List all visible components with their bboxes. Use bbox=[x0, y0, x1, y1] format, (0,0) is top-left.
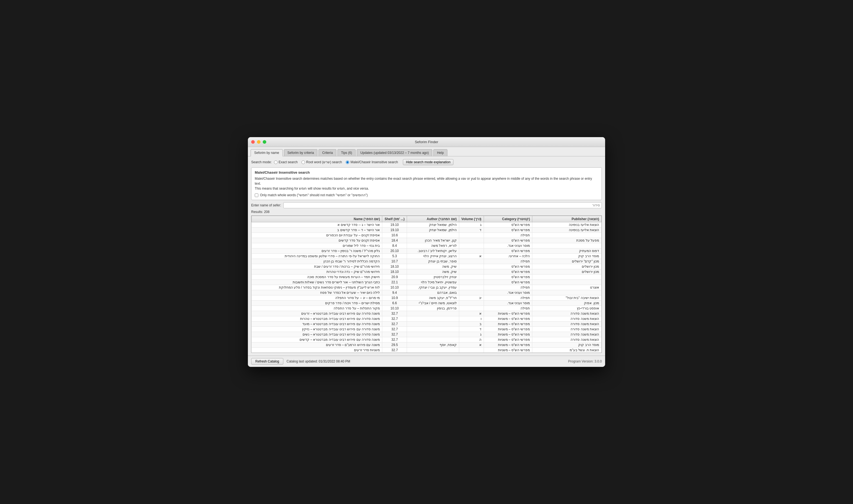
cell-name: משנה סדורה עם פירוש רבינו עובדיה מברטנור… bbox=[252, 327, 382, 332]
cell-publisher: מוסד הרב קוק bbox=[532, 342, 602, 348]
table-row[interactable]: החוקה לישראל על-פי התורה – סדרי שלטון ומ… bbox=[252, 254, 602, 259]
table-row[interactable]: לוח ארש ליעב"ץ מעמדין – נימוקי נוסחאות ו… bbox=[252, 285, 602, 290]
whole-words-row: Only match whole words ("חומשי" should n… bbox=[255, 193, 598, 197]
cell-author: יצחק זילברסטיין bbox=[407, 274, 459, 280]
cell-shelf: 10.9 bbox=[382, 295, 407, 301]
cell-shelf: 6.6 bbox=[382, 301, 407, 306]
cell-name: אור הישר – ד -- סדר קדשים ב bbox=[252, 228, 382, 233]
table-row[interactable]: מקור התפלות – על סדר התפלה 10.10 פרידמן,… bbox=[252, 306, 602, 311]
results-table-wrapper[interactable]: Name (שם הספר) Shelf (מס' ...) Author (ש… bbox=[251, 215, 602, 353]
table-row[interactable]: חידושי מהר"ם שיק – נדה ונדרי טהרות 18.10… bbox=[252, 269, 602, 274]
cell-category: מפרשי הש"ס – משניות bbox=[484, 327, 532, 332]
cell-name: אסיפת זקנים – על עבודת יום הכפורים bbox=[252, 233, 382, 238]
search-mode-label: Search mode: bbox=[251, 160, 272, 164]
radio-group: Exact search Root word (שרש) search Male… bbox=[274, 160, 398, 164]
cell-shelf: 10.10 bbox=[382, 353, 407, 353]
cell-volume bbox=[459, 233, 484, 238]
whole-words-label: Only match whole words ("חומשי" should n… bbox=[260, 193, 368, 197]
table-row[interactable]: משנה סדורה עם פירוש רבינו עובדיה מברטנור… bbox=[252, 337, 602, 342]
cell-name: חידושי מהר"ם שיק – נדה ונדרי טהרות bbox=[252, 269, 382, 274]
cell-shelf: 10.10 bbox=[382, 285, 407, 290]
table-row[interactable]: משנה עם פירוש הרמב"ם – סדר זרעים 29.5 קא… bbox=[252, 342, 602, 348]
cell-publisher: הוצאת משנה סדורה bbox=[532, 316, 602, 322]
cell-author: הרצוג, יצחק אייזיק הלוי bbox=[407, 254, 459, 259]
tab-tips[interactable]: Tips (6) bbox=[338, 149, 356, 156]
radio-malei-label: Malei/Chaseir Insensitive search bbox=[350, 160, 398, 164]
radio-malei-input[interactable] bbox=[346, 161, 349, 164]
footer-left: Refresh Catalog Catalog last updated: 01… bbox=[251, 358, 350, 365]
cell-category: מפרשי הש"ס – משניות bbox=[484, 342, 532, 348]
cell-author bbox=[407, 311, 459, 316]
cell-category: מפרשי הש"ס bbox=[484, 248, 532, 254]
cell-category: מפרשי הש"ס – משניות bbox=[484, 348, 532, 353]
cell-volume: ד bbox=[459, 228, 484, 233]
cell-author: סופר, שבתי בן יצחק bbox=[407, 259, 459, 264]
table-row[interactable]: נתיב בינה – פירושים, בירורי הלכות ועיוני… bbox=[252, 353, 602, 353]
table-row[interactable]: אור הישר – ד -- סדר קדשים ב 19.10 הילמן,… bbox=[252, 228, 602, 233]
cell-category: תפילה bbox=[484, 233, 532, 238]
table-row[interactable]: משנה סדורה עם פירוש רבינו עובדיה מברטנור… bbox=[252, 322, 602, 327]
radio-root-label: Root word (שרש) search bbox=[306, 160, 342, 164]
tab-seforim-by-name[interactable]: Seforim by name bbox=[251, 149, 283, 156]
table-row[interactable]: משניות סדר זרעים 32.7 מפרשי הש"ס – משניו… bbox=[252, 348, 602, 353]
table-row[interactable]: משנה סדורה עם פירוש רבינו עובדיה מברטנור… bbox=[252, 311, 602, 316]
refresh-catalog-button[interactable]: Refresh Catalog bbox=[251, 358, 283, 365]
maximize-button[interactable] bbox=[263, 140, 266, 144]
table-row[interactable]: מסילת ישרים – סדר ויכוח / סדר פרקים 6.6 … bbox=[252, 301, 602, 306]
radio-exact-input[interactable] bbox=[274, 161, 277, 164]
cell-volume: ג bbox=[459, 222, 484, 228]
cell-volume bbox=[459, 280, 484, 285]
search-input[interactable] bbox=[283, 202, 602, 208]
close-button[interactable] bbox=[251, 140, 255, 144]
table-row[interactable]: משנה סדורה עם פירוש רבינו עובדיה מברטנור… bbox=[252, 332, 602, 337]
cell-shelf: 32.7 bbox=[382, 332, 407, 337]
col-header-name: Name (שם הספר) bbox=[252, 216, 382, 222]
cell-author bbox=[407, 348, 459, 353]
table-row[interactable]: חישוק חמד – הערות מעשיות על סדר המסכת: ס… bbox=[252, 274, 602, 280]
cell-category: מפרשי הש"ס – משניות bbox=[484, 322, 532, 327]
cell-shelf: 18.10 bbox=[382, 264, 407, 269]
cell-publisher: הוצאת משנה סדורה bbox=[532, 311, 602, 316]
table-row[interactable]: בית גנזי – סדר ליל שמורים 8.4 לוריא, רפא… bbox=[252, 243, 602, 248]
cell-volume: א bbox=[459, 254, 484, 259]
window-title: Seforim Finder bbox=[415, 140, 438, 144]
table-row[interactable]: כתבי הגרוך השולחני – אור לישרים סדר נשים… bbox=[252, 280, 602, 285]
whole-words-checkbox[interactable] bbox=[255, 194, 258, 197]
cell-author bbox=[407, 233, 459, 238]
radio-exact[interactable]: Exact search bbox=[274, 160, 297, 164]
radio-malei[interactable]: Malei/Chaseir Insensitive search bbox=[346, 160, 398, 164]
tab-help[interactable]: Help bbox=[433, 149, 448, 156]
table-row[interactable]: אסיפת זקנים – על עבודת יום הכפורים 10.6 … bbox=[252, 233, 602, 238]
table-row[interactable]: חידושי מהר"ם שיק – ברכות / סדר זרעים / ש… bbox=[252, 264, 602, 269]
cell-publisher bbox=[532, 243, 602, 248]
cell-volume bbox=[459, 259, 484, 264]
cell-publisher: אוצרנו bbox=[532, 285, 602, 290]
radio-root[interactable]: Root word (שרש) search bbox=[302, 160, 342, 164]
col-header-category: Category (קטיגורי) bbox=[484, 216, 532, 222]
cell-shelf: 19.10 bbox=[382, 222, 407, 228]
cell-name: לוח ארש ליעב"ץ מעמדין – נימוקי נוסחאות ו… bbox=[252, 285, 382, 290]
cell-author bbox=[407, 316, 459, 322]
table-row[interactable]: משנה סדורה עם פירוש רבינו עובדיה מברטנור… bbox=[252, 316, 602, 322]
cell-category: מוסר ועניני אגד. bbox=[484, 301, 532, 306]
hide-explanation-button[interactable]: Hide search mode explanation bbox=[403, 159, 453, 165]
cell-volume: ה bbox=[459, 337, 484, 342]
cell-name: מי מרום – יג -- על סדור התפלה bbox=[252, 295, 382, 301]
cell-category: מפרשי הש"ס – משניות bbox=[484, 332, 532, 337]
cell-volume bbox=[459, 238, 484, 243]
table-row[interactable]: אור הישר – ג -- סדר קדשים א 19.10 הילמן,… bbox=[252, 222, 602, 228]
minimize-button[interactable] bbox=[257, 140, 260, 144]
tab-updates[interactable]: Updates (updated 03/13/2022 – 7 months a… bbox=[357, 149, 432, 156]
cell-shelf: 29.5 bbox=[382, 342, 407, 348]
catalog-last-updated: Catalog last updated: 01/31/2022 08:40 P… bbox=[287, 359, 350, 363]
table-row[interactable]: גליון מהר"ל / משנה ר' בנימין – סדר זרעים… bbox=[252, 248, 602, 254]
table-row[interactable]: הקדמה הכללית לסידור ר' שבתי בן הכהן 10.7… bbox=[252, 259, 602, 264]
table-row[interactable]: אסיפת זקנים על סדר קדשים 18.4 קגן, ישראל… bbox=[252, 238, 602, 243]
radio-root-input[interactable] bbox=[302, 161, 305, 164]
tab-criteria[interactable]: Criteria bbox=[319, 149, 337, 156]
table-row[interactable]: מי מרום – יג -- על סדור התפלה 10.9 חר"ל"… bbox=[252, 295, 602, 301]
radio-exact-label: Exact search bbox=[279, 160, 297, 164]
table-row[interactable]: לילה כיום יאיר – שערים אל כסדר של פסח 9.… bbox=[252, 290, 602, 295]
tab-seforim-by-criteria[interactable]: Seforim by criteria bbox=[284, 149, 318, 156]
table-row[interactable]: משנה סדורה עם פירוש רבינו עובדיה מברטנור… bbox=[252, 327, 602, 332]
